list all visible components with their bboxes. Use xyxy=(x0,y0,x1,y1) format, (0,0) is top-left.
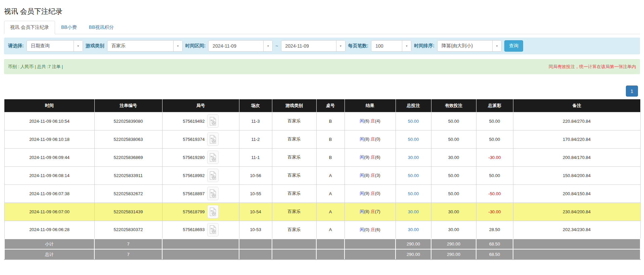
table-no-cell: A xyxy=(316,184,344,203)
payout-cell: 28.50 xyxy=(476,221,513,239)
bet-table-body: 2024-11-09 06:10:54 522025839080 5756194… xyxy=(4,112,640,239)
date-to-input[interactable]: 2024-11-09 ▼ xyxy=(281,40,346,52)
search-button[interactable]: 查询 xyxy=(504,40,523,52)
result-banker-value: (6) xyxy=(375,227,380,232)
bet-id-cell: 522025839080 xyxy=(94,112,162,130)
round-id-cell: 575618799 xyxy=(162,203,239,221)
table-row: 2024-11-09 06:10:54 522025839080 5756194… xyxy=(4,112,640,130)
total-row: 总计 7 290.00 290.00 68.50 xyxy=(4,249,640,260)
same-round-notice: 同局有效投注，统一计算在该局第一张注单内 xyxy=(549,64,636,70)
total-bet-link[interactable]: 30.00 xyxy=(408,209,419,214)
result-banker-value: (4) xyxy=(375,118,380,123)
time-cell: 2024-11-09 06:08:14 xyxy=(4,166,94,184)
remark-cell: 202.34/230.84 xyxy=(513,221,640,239)
date-range-separator: ~ xyxy=(275,43,278,49)
date-from-input[interactable]: 2024-11-09 ▼ xyxy=(208,40,273,52)
session-cell: 10-55 xyxy=(239,184,272,203)
game-type-cell: 百家乐 xyxy=(272,166,316,184)
valid-bet-cell: 50.00 xyxy=(431,112,476,130)
result-banker-label: 庄 xyxy=(371,209,375,214)
video-file-icon xyxy=(209,189,217,198)
page-size-value: 100 xyxy=(371,43,402,49)
page-title: 视讯 会员下注纪录 xyxy=(4,0,640,16)
session-cell: 10-54 xyxy=(239,203,272,221)
total-bet-link[interactable]: 50.00 xyxy=(408,191,419,196)
game-type-cell: 百家乐 xyxy=(272,184,316,203)
remark-cell: 220.84/270.84 xyxy=(513,112,640,130)
round-id-value: 575618799 xyxy=(183,209,204,214)
total-bet-link[interactable]: 50.00 xyxy=(408,137,419,142)
header-total-bet: 总投注 xyxy=(396,99,431,112)
result-banker-value: (6) xyxy=(375,155,380,160)
video-file-icon xyxy=(209,171,217,180)
time-cell: 2024-11-09 06:10:18 xyxy=(4,130,94,148)
video-replay-button[interactable] xyxy=(207,151,219,164)
tab-bet-records[interactable]: 视讯 会员下注纪录 xyxy=(4,21,55,34)
result-player-value: (6) xyxy=(364,118,369,123)
subtotal-payout: 68.50 xyxy=(476,239,513,249)
result-player-label: 闲 xyxy=(360,173,364,178)
chevron-down-icon: ▼ xyxy=(336,41,345,51)
result-banker-value: (3) xyxy=(375,173,380,178)
video-replay-button[interactable] xyxy=(207,187,219,200)
video-replay-button[interactable] xyxy=(207,114,219,128)
sort-order-select[interactable]: 降冪(由大到小) ▼ xyxy=(437,40,502,52)
result-player-label: 闲 xyxy=(360,209,364,214)
total-bet-cell: 50.00 xyxy=(396,112,431,130)
video-replay-button[interactable] xyxy=(207,132,219,146)
currency-summary: 币别 : 人民币 | 总共 :7 注单 | xyxy=(8,64,63,70)
result-player-value: (8) xyxy=(364,173,369,178)
session-cell: 11-2 xyxy=(239,130,272,148)
round-id-cell: 575619492 xyxy=(162,112,239,130)
video-file-icon xyxy=(209,225,217,234)
remark-cell: 230.84/200.84 xyxy=(513,203,640,221)
video-replay-button[interactable] xyxy=(207,223,219,236)
chevron-down-icon: ▼ xyxy=(173,41,182,51)
payout-cell: -50.00 xyxy=(476,184,513,203)
subtotal-valid-bet: 290.00 xyxy=(431,239,476,249)
header-time: 时间 xyxy=(4,99,94,112)
chevron-down-icon: ▼ xyxy=(263,41,272,51)
video-file-icon xyxy=(209,135,217,144)
header-valid-bet: 有效投注 xyxy=(431,99,476,112)
total-bet-cell: 50.00 xyxy=(396,166,431,184)
total-bet-link[interactable]: 30.00 xyxy=(408,155,419,160)
table-no-cell: B xyxy=(316,148,344,166)
result-player-value: (0) xyxy=(364,227,369,232)
time-cell: 2024-11-09 06:09:44 xyxy=(4,148,94,166)
session-cell: 11-1 xyxy=(239,148,272,166)
session-cell: 10-56 xyxy=(239,166,272,184)
time-cell: 2024-11-09 06:07:00 xyxy=(4,203,94,221)
table-row: 2024-11-09 06:10:18 522025838063 5756193… xyxy=(4,130,640,148)
page-size-input[interactable]: 100 ▼ xyxy=(371,40,411,52)
total-bet-link[interactable]: 50.00 xyxy=(408,173,419,178)
total-bet-link[interactable]: 50.00 xyxy=(408,119,419,124)
round-id-value: 575619374 xyxy=(183,137,204,142)
tab-bar: 视讯 会员下注纪录 BB小费 BB视讯积分 xyxy=(4,21,640,34)
sort-order-label: 时间排序: xyxy=(414,43,434,49)
session-cell: 10-53 xyxy=(239,221,272,239)
total-count: 7 xyxy=(94,249,162,260)
query-type-label: 请选择: xyxy=(8,43,24,49)
valid-bet-cell: 30.00 xyxy=(431,203,476,221)
result-player-value: (8) xyxy=(364,209,369,214)
page-button-1[interactable]: 1 xyxy=(626,86,638,97)
result-banker-label: 庄 xyxy=(371,118,375,123)
query-type-select[interactable]: 日期查询 ▼ xyxy=(27,40,83,52)
video-replay-button[interactable] xyxy=(207,169,219,182)
payout-cell: -30.00 xyxy=(476,203,513,221)
video-replay-button[interactable] xyxy=(207,205,219,218)
total-payout: 68.50 xyxy=(476,249,513,260)
table-row: 2024-11-09 06:07:38 522025832672 5756188… xyxy=(4,184,640,203)
total-bet-link[interactable]: 30.00 xyxy=(408,227,419,232)
tab-bb-tip[interactable]: BB小费 xyxy=(55,21,83,34)
game-type-select[interactable]: 百家乐 ▼ xyxy=(107,40,183,52)
tab-bb-video-points[interactable]: BB视讯积分 xyxy=(83,21,120,34)
result-cell: 闲(9) 庄(6) xyxy=(344,148,396,166)
video-file-icon xyxy=(209,207,217,216)
result-cell: 闲(8) 庄(7) xyxy=(344,203,396,221)
bet-id-cell: 522025831439 xyxy=(94,203,162,221)
valid-bet-cell: 50.00 xyxy=(431,130,476,148)
total-valid-bet: 290.00 xyxy=(431,249,476,260)
result-banker-label: 庄 xyxy=(371,155,375,160)
